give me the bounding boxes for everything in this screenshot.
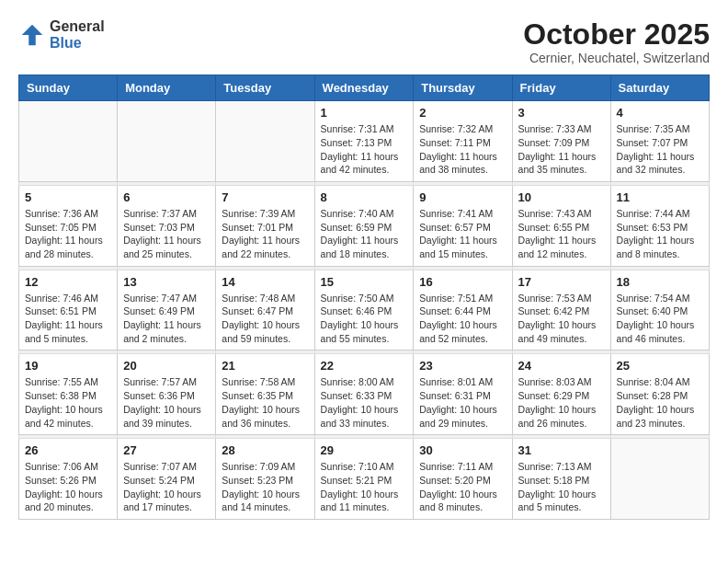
day-number: 4 <box>617 106 703 120</box>
day-number: 22 <box>321 359 408 373</box>
day-info: Sunrise: 7:57 AM Sunset: 6:36 PM Dayligh… <box>123 375 210 430</box>
calendar-cell <box>216 101 314 182</box>
calendar-cell: 11Sunrise: 7:44 AM Sunset: 6:53 PM Dayli… <box>610 185 709 266</box>
day-number: 9 <box>419 190 506 204</box>
day-number: 3 <box>518 106 605 120</box>
day-info: Sunrise: 7:09 AM Sunset: 5:23 PM Dayligh… <box>222 460 308 514</box>
day-info: Sunrise: 7:32 AM Sunset: 7:11 PM Dayligh… <box>419 122 506 177</box>
day-info: Sunrise: 7:06 AM Sunset: 5:26 PM Dayligh… <box>25 460 111 514</box>
day-number: 11 <box>617 190 703 204</box>
day-info: Sunrise: 7:36 AM Sunset: 7:05 PM Dayligh… <box>25 207 111 261</box>
calendar-cell: 7Sunrise: 7:39 AM Sunset: 7:01 PM Daylig… <box>216 185 314 266</box>
day-info: Sunrise: 7:10 AM Sunset: 5:21 PM Dayligh… <box>321 460 408 514</box>
weekday-header-sunday: Sunday <box>19 75 118 101</box>
logo-blue: Blue <box>50 35 105 52</box>
day-info: Sunrise: 7:43 AM Sunset: 6:55 PM Dayligh… <box>518 207 605 261</box>
calendar-cell: 16Sunrise: 7:51 AM Sunset: 6:44 PM Dayli… <box>414 270 512 350</box>
logo: General Blue <box>18 18 105 51</box>
calendar-cell: 23Sunrise: 8:01 AM Sunset: 6:31 PM Dayli… <box>414 354 512 435</box>
calendar-cell: 30Sunrise: 7:11 AM Sunset: 5:20 PM Dayli… <box>414 439 512 520</box>
day-number: 2 <box>419 106 506 120</box>
day-number: 8 <box>321 190 408 204</box>
day-info: Sunrise: 8:00 AM Sunset: 6:33 PM Dayligh… <box>321 375 408 430</box>
day-number: 21 <box>222 359 308 373</box>
calendar-cell: 21Sunrise: 7:58 AM Sunset: 6:35 PM Dayli… <box>216 354 314 435</box>
day-number: 5 <box>25 190 111 204</box>
day-number: 12 <box>25 275 111 289</box>
calendar-cell: 22Sunrise: 8:00 AM Sunset: 6:33 PM Dayli… <box>314 354 414 435</box>
day-number: 18 <box>617 275 703 289</box>
day-info: Sunrise: 8:01 AM Sunset: 6:31 PM Dayligh… <box>419 375 506 430</box>
day-number: 1 <box>321 106 408 120</box>
day-info: Sunrise: 7:35 AM Sunset: 7:07 PM Dayligh… <box>617 122 703 177</box>
day-info: Sunrise: 7:44 AM Sunset: 6:53 PM Dayligh… <box>617 207 703 261</box>
calendar-cell: 6Sunrise: 7:37 AM Sunset: 7:03 PM Daylig… <box>118 185 216 266</box>
day-info: Sunrise: 7:31 AM Sunset: 7:13 PM Dayligh… <box>321 122 408 177</box>
calendar-cell: 19Sunrise: 7:55 AM Sunset: 6:38 PM Dayli… <box>19 354 118 435</box>
day-number: 10 <box>518 190 605 204</box>
day-info: Sunrise: 7:47 AM Sunset: 6:49 PM Dayligh… <box>123 292 210 346</box>
location-subtitle: Cernier, Neuchatel, Switzerland <box>523 51 710 65</box>
day-info: Sunrise: 7:55 AM Sunset: 6:38 PM Dayligh… <box>25 375 111 430</box>
day-info: Sunrise: 7:50 AM Sunset: 6:46 PM Dayligh… <box>321 292 408 346</box>
day-number: 24 <box>518 359 605 373</box>
week-row-3: 12Sunrise: 7:46 AM Sunset: 6:51 PM Dayli… <box>19 270 710 350</box>
calendar-cell: 3Sunrise: 7:33 AM Sunset: 7:09 PM Daylig… <box>512 101 610 182</box>
day-info: Sunrise: 7:46 AM Sunset: 6:51 PM Dayligh… <box>25 292 111 346</box>
calendar-cell: 13Sunrise: 7:47 AM Sunset: 6:49 PM Dayli… <box>118 270 216 350</box>
weekday-header-saturday: Saturday <box>610 75 709 101</box>
month-title: October 2025 <box>523 18 710 51</box>
calendar-cell: 8Sunrise: 7:40 AM Sunset: 6:59 PM Daylig… <box>314 185 414 266</box>
day-info: Sunrise: 7:41 AM Sunset: 6:57 PM Dayligh… <box>419 207 506 261</box>
calendar-cell: 9Sunrise: 7:41 AM Sunset: 6:57 PM Daylig… <box>414 185 512 266</box>
weekday-header-friday: Friday <box>512 75 610 101</box>
day-number: 16 <box>419 275 506 289</box>
day-number: 6 <box>123 190 210 204</box>
day-info: Sunrise: 7:11 AM Sunset: 5:20 PM Dayligh… <box>419 460 506 514</box>
svg-marker-0 <box>22 24 43 45</box>
calendar-cell: 17Sunrise: 7:53 AM Sunset: 6:42 PM Dayli… <box>512 270 610 350</box>
calendar-cell: 26Sunrise: 7:06 AM Sunset: 5:26 PM Dayli… <box>19 439 118 520</box>
calendar-cell: 4Sunrise: 7:35 AM Sunset: 7:07 PM Daylig… <box>610 101 709 182</box>
calendar-cell: 28Sunrise: 7:09 AM Sunset: 5:23 PM Dayli… <box>216 439 314 520</box>
calendar-cell: 20Sunrise: 7:57 AM Sunset: 6:36 PM Dayli… <box>118 354 216 435</box>
calendar-cell: 27Sunrise: 7:07 AM Sunset: 5:24 PM Dayli… <box>118 439 216 520</box>
week-row-1: 1Sunrise: 7:31 AM Sunset: 7:13 PM Daylig… <box>19 101 710 182</box>
title-block: October 2025 Cernier, Neuchatel, Switzer… <box>523 18 710 65</box>
day-info: Sunrise: 7:54 AM Sunset: 6:40 PM Dayligh… <box>617 292 703 346</box>
calendar-cell <box>118 101 216 182</box>
page-header: General Blue October 2025 Cernier, Neuch… <box>18 18 710 65</box>
weekday-header-thursday: Thursday <box>414 75 512 101</box>
day-info: Sunrise: 7:51 AM Sunset: 6:44 PM Dayligh… <box>419 292 506 346</box>
logo-icon <box>18 21 46 49</box>
calendar-cell: 24Sunrise: 8:03 AM Sunset: 6:29 PM Dayli… <box>512 354 610 435</box>
day-number: 26 <box>25 443 111 457</box>
week-row-4: 19Sunrise: 7:55 AM Sunset: 6:38 PM Dayli… <box>19 354 710 435</box>
calendar-cell <box>610 439 709 520</box>
day-info: Sunrise: 8:03 AM Sunset: 6:29 PM Dayligh… <box>518 375 605 430</box>
day-info: Sunrise: 7:53 AM Sunset: 6:42 PM Dayligh… <box>518 292 605 346</box>
calendar-cell <box>19 101 118 182</box>
day-info: Sunrise: 7:33 AM Sunset: 7:09 PM Dayligh… <box>518 122 605 177</box>
day-number: 30 <box>419 443 506 457</box>
day-number: 23 <box>419 359 506 373</box>
day-number: 14 <box>222 275 308 289</box>
day-number: 25 <box>617 359 703 373</box>
weekday-header-tuesday: Tuesday <box>216 75 314 101</box>
weekday-header-row: SundayMondayTuesdayWednesdayThursdayFrid… <box>19 75 710 101</box>
day-info: Sunrise: 7:40 AM Sunset: 6:59 PM Dayligh… <box>321 207 408 261</box>
week-row-5: 26Sunrise: 7:06 AM Sunset: 5:26 PM Dayli… <box>19 439 710 520</box>
calendar-cell: 29Sunrise: 7:10 AM Sunset: 5:21 PM Dayli… <box>314 439 414 520</box>
calendar-cell: 18Sunrise: 7:54 AM Sunset: 6:40 PM Dayli… <box>610 270 709 350</box>
day-number: 31 <box>518 443 605 457</box>
day-info: Sunrise: 7:07 AM Sunset: 5:24 PM Dayligh… <box>123 460 210 514</box>
day-number: 17 <box>518 275 605 289</box>
day-number: 19 <box>25 359 111 373</box>
day-info: Sunrise: 7:48 AM Sunset: 6:47 PM Dayligh… <box>222 292 308 346</box>
day-info: Sunrise: 7:39 AM Sunset: 7:01 PM Dayligh… <box>222 207 308 261</box>
weekday-header-monday: Monday <box>118 75 216 101</box>
day-info: Sunrise: 7:13 AM Sunset: 5:18 PM Dayligh… <box>518 460 605 514</box>
calendar-cell: 5Sunrise: 7:36 AM Sunset: 7:05 PM Daylig… <box>19 185 118 266</box>
calendar-cell: 15Sunrise: 7:50 AM Sunset: 6:46 PM Dayli… <box>314 270 414 350</box>
day-number: 27 <box>123 443 210 457</box>
